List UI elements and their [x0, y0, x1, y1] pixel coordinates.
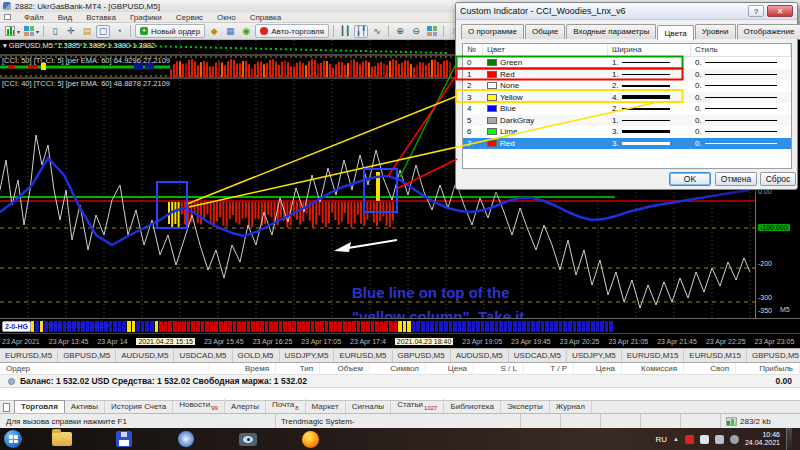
- ok-button[interactable]: OK: [669, 172, 711, 186]
- dialog-close-button[interactable]: ✕: [767, 5, 793, 17]
- new-chart-button[interactable]: [3, 25, 17, 38]
- new-chart-caret-icon[interactable]: ▾: [17, 28, 20, 35]
- profiles-button[interactable]: [22, 25, 36, 38]
- terminal-icon[interactable]: ▦: [223, 25, 237, 38]
- dialog-help-button[interactable]: ?: [748, 5, 764, 17]
- terminal-tab-Активы[interactable]: Активы: [65, 401, 105, 413]
- terminal-tab-Статьи[interactable]: Статьи1027: [391, 399, 444, 413]
- symbol-tab-USDJPY,M5[interactable]: USDJPY,M5: [280, 350, 335, 362]
- refresh-icon[interactable]: ◔: [112, 25, 126, 38]
- menu-item-Окно[interactable]: Окно: [210, 13, 243, 22]
- color-row-2[interactable]: 2None2.0.: [463, 80, 791, 92]
- status-expert-text: Trendmagic System-: [275, 414, 520, 429]
- menu-item-Сервис[interactable]: Сервис: [169, 13, 210, 22]
- taskbar-clock[interactable]: 10:4624.04.2021: [745, 431, 780, 447]
- color-row-3[interactable]: 3Yellow4.0.: [463, 92, 791, 104]
- symbol-tab-AUDUSD,M5[interactable]: AUDUSD,M5: [116, 350, 174, 362]
- color-swatch: [487, 71, 497, 78]
- volume-icon[interactable]: [730, 435, 739, 444]
- chart-window-icon[interactable]: [4, 14, 11, 20]
- menu-item-Файл[interactable]: Файл: [17, 13, 51, 22]
- network-icon[interactable]: [715, 435, 724, 444]
- dialog-tab-Общие[interactable]: Общие: [525, 24, 565, 39]
- tray-app-icon[interactable]: [700, 435, 709, 444]
- symbol-tab-GOLD,M5[interactable]: GOLD,M5: [233, 350, 280, 362]
- show-desktop-button[interactable]: [786, 428, 792, 450]
- terminal-tab-История Счета[interactable]: История Счета: [105, 401, 173, 413]
- color-row-5[interactable]: 5DarkGray1.0.: [463, 115, 791, 127]
- menu-item-Справка[interactable]: Справка: [243, 13, 288, 22]
- symbol-tab-EURUSD,M15[interactable]: EURUSD,M15: [622, 350, 685, 362]
- symbol-tab-GBPUSD,M5[interactable]: GBPUSD,M5: [747, 350, 800, 362]
- symbol-tab-EURUSD,M5[interactable]: EURUSD,M5: [334, 350, 392, 362]
- reset-button[interactable]: Сброс: [760, 172, 796, 186]
- terminal-tab-Библиотека[interactable]: Библиотека: [444, 401, 501, 413]
- symbol-tab-USDCAD,M5[interactable]: USDCAD,M5: [174, 350, 232, 362]
- language-indicator[interactable]: RU: [655, 435, 667, 444]
- width-line-preview: [622, 130, 670, 133]
- candlestick-icon[interactable]: ╽╿: [354, 25, 368, 38]
- expert-icon[interactable]: ◆: [207, 25, 221, 38]
- cancel-button[interactable]: Отмена: [715, 172, 757, 186]
- color-list: №ЦветШиринаСтиль0Green1.0.1Red1.0.2None2…: [462, 43, 792, 169]
- dialog-tab-Цвета[interactable]: Цвета: [657, 25, 693, 40]
- chart-shift-icon[interactable]: ▯: [48, 25, 62, 38]
- terminal-tab-Сигналы[interactable]: Сигналы: [346, 401, 391, 413]
- orders-column-Время: Время: [210, 363, 276, 375]
- style-cell: 0.: [691, 116, 791, 125]
- color-row-0[interactable]: 0Green1.0.: [463, 57, 791, 69]
- terminal-tab-Торговля[interactable]: Торговля: [14, 400, 65, 413]
- start-button[interactable]: [4, 430, 22, 448]
- line-chart-icon[interactable]: ∿: [370, 25, 384, 38]
- menu-item-Вставка[interactable]: Вставка: [79, 13, 123, 22]
- templates-icon[interactable]: ▤: [80, 25, 94, 38]
- terminal-tab-Почта[interactable]: Почта8: [266, 399, 306, 413]
- zoom-in-icon[interactable]: ⊕: [393, 25, 407, 38]
- symbol-tab-AUDUSD,M5[interactable]: AUDUSD,M5: [451, 350, 509, 362]
- terminal-tab-Алерты[interactable]: Алерты: [225, 401, 266, 413]
- save-app-taskbar-icon[interactable]: [112, 430, 136, 448]
- chart-window-button[interactable]: ▢: [96, 25, 110, 38]
- firefox-taskbar-icon[interactable]: [298, 430, 322, 448]
- tile-windows-icon[interactable]: [425, 25, 439, 38]
- symbol-tab-GBPUSD,M5[interactable]: GBPUSD,M5: [393, 350, 451, 362]
- web-icon[interactable]: ◉: [239, 25, 253, 38]
- crosshair-icon[interactable]: ✛: [64, 25, 78, 38]
- terminal-tab-Журнал[interactable]: Журнал: [550, 401, 592, 413]
- dialog-title-bar[interactable]: Custom Indicator - CCI_Woodies_Lnx_v6 ? …: [456, 3, 797, 20]
- scale-label: -200: [758, 260, 772, 267]
- terminal-tab-Маркет[interactable]: Маркет: [306, 401, 346, 413]
- auto-trading-button[interactable]: Авто-торговля: [255, 24, 329, 38]
- symbol-tab-USDJPY,M5[interactable]: USDJPY,M5: [567, 350, 622, 362]
- color-row-7[interactable]: 7Red3.0.: [463, 138, 791, 150]
- dialog-tab-Отображение[interactable]: Отображение: [737, 24, 800, 39]
- time-axis[interactable]: 23 Apr 202123 Apr 13:4523 Apr 142021.04.…: [0, 333, 800, 348]
- terminal-tab-Новости[interactable]: Новости99: [173, 399, 225, 413]
- terminal-tab-Эксперты[interactable]: Эксперты: [501, 401, 550, 413]
- dialog-tab-Уровни[interactable]: Уровни: [695, 24, 736, 39]
- color-row-6[interactable]: 6Lime3.0.: [463, 126, 791, 138]
- bar-chart-icon[interactable]: ┃┃: [338, 25, 352, 38]
- profiles-caret-icon[interactable]: ▾: [36, 28, 39, 35]
- dialog-tab-О программе[interactable]: О программе: [461, 24, 524, 39]
- viewer-app-taskbar-icon[interactable]: [236, 430, 260, 448]
- lightning-app-taskbar-icon[interactable]: [174, 430, 198, 448]
- symbol-tab-GBPUSD,M5[interactable]: GBPUSD,M5: [58, 350, 116, 362]
- symbol-tab-EURUSD,M5[interactable]: EURUSD,M5: [0, 350, 58, 362]
- color-cell: Red: [483, 139, 608, 148]
- tray-expand-icon[interactable]: ▲: [673, 436, 679, 442]
- menu-item-Графики[interactable]: Графики: [123, 13, 169, 22]
- explorer-taskbar-icon[interactable]: [50, 430, 74, 448]
- new-order-button[interactable]: + Новый ордер: [135, 24, 205, 38]
- style-cell: 0.: [691, 93, 791, 102]
- tray-alert-icon[interactable]: [685, 435, 694, 444]
- color-name: Blue: [500, 104, 516, 113]
- color-row-1[interactable]: 1Red1.0.: [463, 69, 791, 81]
- color-row-4[interactable]: 4Blue2.0.: [463, 103, 791, 115]
- dialog-tab-Входные параметры[interactable]: Входные параметры: [566, 24, 656, 39]
- symbol-tab-USDCAD,M5[interactable]: USDCAD,M5: [509, 350, 567, 362]
- menu-item-Вид[interactable]: Вид: [51, 13, 79, 22]
- color-cell: Lime: [483, 127, 608, 136]
- symbol-tab-EURUSD,M15[interactable]: EURUSD,M15: [684, 350, 747, 362]
- zoom-out-icon[interactable]: ⊖: [409, 25, 423, 38]
